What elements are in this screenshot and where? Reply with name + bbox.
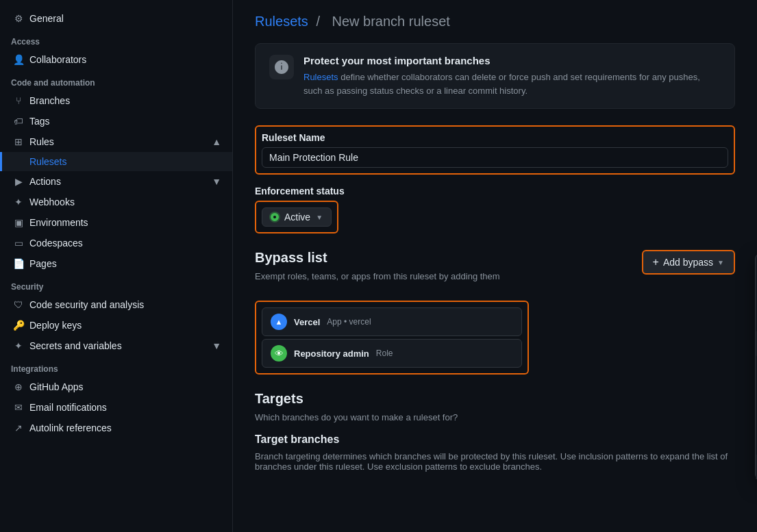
ruleset-name-label: Ruleset Name — [262, 132, 728, 143]
enforcement-label: Enforcement status — [255, 186, 735, 197]
info-box: Protect your most important branches Rul… — [255, 43, 735, 109]
bypass-section-title: Bypass list — [255, 250, 500, 266]
sidebar-item-general[interactable]: ⚙ General — [0, 8, 232, 29]
bypass-repo-admin-name: Repository admin — [294, 349, 369, 359]
breadcrumb-separator: / — [316, 14, 323, 29]
sidebar-item-environments[interactable]: ▣ Environments — [0, 212, 232, 233]
bypass-vercel-icon: ▲ — [271, 314, 287, 330]
sidebar-item-email-notifications[interactable]: ✉ Email notifications — [0, 397, 232, 418]
sidebar-rulesets-label: Rulesets — [29, 156, 66, 167]
enforcement-status-button[interactable]: Active ▼ — [262, 207, 332, 227]
person-icon: 👤 — [13, 54, 24, 65]
info-box-link[interactable]: Rulesets — [303, 72, 338, 82]
gear-icon: ⚙ — [13, 13, 24, 24]
chevron-down-icon-2: ▼ — [212, 340, 221, 351]
target-branches-title: Target branches — [255, 433, 735, 446]
secret-icon: ✦ — [13, 340, 24, 351]
enforcement-status-text: Active — [284, 212, 310, 223]
sidebar-pages-label: Pages — [29, 258, 57, 269]
info-box-content: Protect your most important branches Rul… — [303, 55, 721, 97]
ruleset-name-input[interactable] — [262, 147, 728, 168]
breadcrumb: Rulesets / New branch ruleset — [255, 14, 735, 29]
sidebar-item-deploy-keys[interactable]: 🔑 Deploy keys — [0, 315, 232, 335]
bypass-repo-admin-icon: 👁 — [271, 345, 287, 362]
info-box-desc-text: define whether collaborators can delete … — [303, 72, 700, 96]
targets-desc: Which branches do you want to make a rul… — [255, 412, 735, 422]
rules-icon: ⊞ — [13, 136, 24, 147]
pages-icon: 📄 — [13, 258, 24, 269]
tag-icon: 🏷 — [13, 116, 24, 127]
env-icon: ▣ — [13, 217, 24, 228]
sidebar-item-github-apps[interactable]: ⊕ GitHub Apps — [0, 377, 232, 397]
email-icon: ✉ — [13, 402, 24, 413]
sidebar-item-tags[interactable]: 🏷 Tags — [0, 111, 232, 131]
bypass-item-vercel[interactable]: ▲ Vercel App • vercel — [262, 307, 522, 336]
add-bypass-label: Add bypass — [663, 257, 713, 268]
bypass-section-desc: Exempt roles, teams, or apps from this r… — [255, 271, 500, 281]
branch-icon: ⑂ — [13, 95, 24, 106]
target-branches-desc: Branch targeting determines which branch… — [255, 451, 735, 472]
sidebar-item-rulesets[interactable]: Rulesets — [0, 152, 232, 171]
sidebar-item-actions[interactable]: ▶ Actions ▼ — [0, 171, 232, 192]
sidebar-item-collaborators[interactable]: 👤 Collaborators — [0, 49, 232, 70]
plus-icon: + — [653, 256, 659, 268]
sidebar-item-webhooks[interactable]: ✦ Webhooks — [0, 192, 232, 212]
chevron-up-icon: ▲ — [212, 136, 221, 147]
sidebar-code-security-label: Code security and analysis — [29, 299, 144, 310]
shield-icon: 🛡 — [13, 299, 24, 310]
targets-title: Targets — [255, 391, 735, 407]
bypass-chevron-icon: ▼ — [717, 259, 724, 266]
sidebar-item-branches[interactable]: ⑂ Branches — [0, 90, 232, 111]
chevron-down-icon: ▼ — [212, 176, 221, 187]
sidebar-deploy-keys-label: Deploy keys — [29, 320, 82, 331]
ruleset-name-field-wrap: Ruleset Name — [255, 125, 735, 175]
sidebar-collaborators-label: Collaborators — [29, 54, 86, 65]
chevron-dropdown-icon: ▼ — [316, 214, 323, 221]
add-bypass-button[interactable]: + Add bypass ▼ — [642, 250, 735, 275]
sidebar-autolink-label: Autolink references — [29, 422, 112, 433]
sidebar-webhooks-label: Webhooks — [29, 197, 75, 207]
info-box-icon — [269, 55, 294, 79]
bypass-item-repo-admin[interactable]: 👁 Repository admin Role — [262, 339, 522, 368]
sidebar-item-pages[interactable]: 📄 Pages — [0, 253, 232, 274]
main-content: Rulesets / New branch ruleset Protect yo… — [233, 0, 757, 532]
sidebar-section-code: Code and automation — [0, 70, 232, 90]
sidebar-tags-label: Tags — [29, 116, 50, 127]
breadcrumb-current: New branch ruleset — [332, 14, 450, 29]
github-icon: ⊕ — [13, 381, 24, 392]
sidebar-email-label: Email notifications — [29, 402, 107, 413]
sidebar-general-label: General — [29, 13, 64, 24]
actions-icon: ▶ — [13, 176, 24, 187]
link-icon: ↗ — [13, 422, 24, 433]
sidebar-environments-label: Environments — [29, 217, 88, 228]
targets-section: Targets Which branches do you want to ma… — [255, 391, 735, 472]
sidebar-item-codespaces[interactable]: ▭ Codespaces — [0, 233, 232, 253]
sidebar-actions-label: Actions — [29, 176, 61, 187]
sidebar-item-rules[interactable]: ⊞ Rules ▲ — [0, 131, 232, 152]
sidebar-section-access: Access — [0, 29, 232, 49]
enforcement-section: Enforcement status Active ▼ — [255, 186, 735, 250]
sidebar-item-autolink[interactable]: ↗ Autolink references — [0, 418, 232, 438]
sidebar-github-apps-label: GitHub Apps — [29, 381, 84, 392]
key-icon: 🔑 — [13, 320, 24, 331]
sidebar-item-code-security[interactable]: 🛡 Code security and analysis — [0, 294, 232, 315]
codespaces-icon: ▭ — [13, 238, 24, 249]
sidebar-branches-label: Branches — [29, 95, 70, 106]
bypass-vercel-name: Vercel — [294, 317, 320, 327]
sidebar-section-integrations: Integrations — [0, 356, 232, 377]
status-active-dot — [271, 213, 279, 221]
bypass-list: ▲ Vercel App • vercel 👁 Repository admin… — [255, 301, 529, 375]
sidebar-item-secrets[interactable]: ✦ Secrets and variables ▼ — [0, 335, 232, 356]
sidebar-codespaces-label: Codespaces — [29, 238, 83, 249]
bypass-vercel-meta: App • vercel — [327, 317, 371, 327]
bypass-header: Bypass list Exempt roles, teams, or apps… — [255, 250, 735, 292]
sidebar-rules-label: Rules — [29, 136, 54, 147]
info-box-desc: Rulesets define whether collaborators ca… — [303, 71, 721, 97]
sidebar: ⚙ General Access 👤 Collaborators Code an… — [0, 0, 233, 532]
info-box-title: Protect your most important branches — [303, 55, 721, 66]
bypass-repo-admin-meta: Role — [376, 349, 393, 358]
webhook-icon: ✦ — [13, 197, 24, 207]
sidebar-secrets-label: Secrets and variables — [29, 340, 122, 351]
breadcrumb-rulesets-link[interactable]: Rulesets — [255, 14, 308, 29]
enforcement-wrap: Active ▼ — [255, 201, 338, 233]
